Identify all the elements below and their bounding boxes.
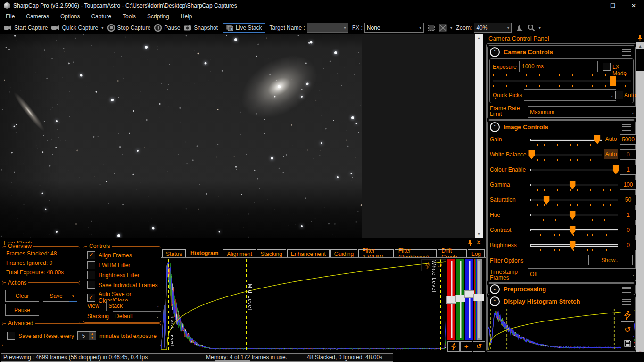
pin-icon[interactable]: [637, 35, 643, 41]
contrast-slider[interactable]: [530, 229, 618, 231]
gain-value[interactable]: 5000: [620, 134, 636, 145]
live-stack-button[interactable]: Live Stack: [223, 23, 265, 33]
menu-tools[interactable]: Tools: [117, 12, 141, 21]
save-and-reset-checkbox[interactable]: [7, 332, 15, 340]
saturation-value[interactable]: 50: [620, 195, 636, 205]
restore-button[interactable]: ❏: [603, 0, 623, 11]
snapshot-button[interactable]: Snapshot: [184, 25, 218, 31]
stacking-select[interactable]: Default⌄: [113, 311, 162, 321]
expand-chevron-down-icon[interactable]: ⌄: [490, 284, 500, 294]
hue-slider-thumb[interactable]: [570, 211, 576, 220]
brightness-value[interactable]: 0: [620, 240, 636, 250]
minimize-button[interactable]: ─: [582, 0, 603, 11]
spinner-down-icon[interactable]: ▼: [89, 336, 96, 340]
scrollbar-thumb[interactable]: [636, 49, 644, 71]
scroll-up-icon[interactable]: ▲: [636, 42, 644, 50]
fwhm-filter-row[interactable]: FWHM Filter: [87, 261, 130, 269]
menu-scripting[interactable]: Scripting: [141, 12, 175, 21]
live-stack-image-view[interactable]: [0, 34, 362, 238]
saturation-slider[interactable]: [530, 199, 618, 201]
section-menu-icon[interactable]: [622, 287, 631, 293]
clear-button[interactable]: Clear: [5, 290, 39, 302]
menu-file[interactable]: File: [0, 12, 20, 21]
section-menu-icon[interactable]: [622, 124, 631, 131]
green-level-slider[interactable]: [456, 259, 464, 340]
viewer-vertical-scrollbar[interactable]: ▲ ▼: [475, 34, 483, 238]
exposure-slider[interactable]: [493, 80, 631, 82]
collapse-chevron-up-icon[interactable]: ⌃: [490, 47, 500, 57]
save-dropdown-button[interactable]: ▾: [69, 290, 77, 302]
collapse-chevron-up-icon[interactable]: ⌃: [490, 296, 500, 306]
fx-select[interactable]: None▾: [364, 23, 424, 33]
panel-vertical-scrollbar[interactable]: ▲ ▼: [636, 42, 644, 356]
hue-value[interactable]: 1: [620, 210, 636, 220]
histogram-highlight-button[interactable]: ✦: [460, 341, 472, 352]
lx-mode-checkbox[interactable]: [603, 63, 611, 71]
brightness-slider[interactable]: [530, 244, 618, 247]
blue-level-slider[interactable]: [465, 259, 473, 340]
gamma-value[interactable]: 100: [620, 180, 636, 190]
menu-cameras[interactable]: Cameras: [20, 12, 55, 21]
scroll-up-icon[interactable]: ▲: [475, 34, 483, 41]
reset-stretch-button[interactable]: ↺: [621, 323, 634, 336]
selection-area-button[interactable]: [428, 24, 435, 32]
black-level-line[interactable]: [168, 259, 169, 351]
ghost-auto-stretch-button[interactable]: [421, 259, 434, 272]
close-button[interactable]: ✕: [623, 0, 644, 11]
collapse-chevron-up-icon[interactable]: ⌃: [490, 122, 500, 132]
white-balance-auto-button[interactable]: Auto: [604, 149, 618, 159]
pause-stack-button[interactable]: Pause: [5, 304, 39, 316]
minutes-input[interactable]: 5: [78, 332, 89, 340]
hue-slider[interactable]: [530, 214, 618, 216]
tab-histogram[interactable]: Histogram: [187, 248, 222, 258]
ghost-reset-button[interactable]: ↺: [434, 259, 446, 272]
white-balance-slider[interactable]: [530, 154, 602, 156]
chevron-down-icon[interactable]: ▾: [101, 25, 104, 30]
mid-level-line[interactable]: [246, 259, 247, 351]
all-level-slider[interactable]: [474, 259, 482, 340]
exposure-slider-thumb[interactable]: [610, 76, 616, 86]
histogram-reset-button[interactable]: ↺: [473, 341, 485, 352]
chevron-down-icon[interactable]: ▾: [450, 25, 453, 30]
histogram-tool-button[interactable]: [515, 25, 524, 31]
menu-capture[interactable]: Capture: [85, 12, 117, 21]
contrast-value[interactable]: 0: [620, 225, 636, 235]
red-level-slider[interactable]: [447, 259, 455, 340]
white-balance-slider-thumb[interactable]: [528, 150, 535, 159]
align-frames-row[interactable]: ✓Align Frames: [87, 251, 132, 259]
auto-stretch-button[interactable]: [621, 309, 634, 322]
white-balance-value[interactable]: 0: [620, 149, 636, 160]
target-name-select[interactable]: ▾: [307, 23, 348, 33]
view-select[interactable]: Stack⌄: [106, 301, 162, 311]
save-and-reset-row[interactable]: Save and Reset every 5 ▲ ▼ minutes total…: [7, 331, 157, 340]
stop-capture-button[interactable]: Stop Capture: [107, 24, 151, 32]
minutes-spinner[interactable]: ▲ ▼: [89, 332, 96, 340]
frame-rate-limit-select[interactable]: Maximum⌄: [528, 106, 637, 118]
colour-enable-slider-thumb[interactable]: [613, 165, 619, 174]
start-capture-button[interactable]: Start Capture: [4, 25, 48, 31]
section-menu-icon[interactable]: [622, 299, 631, 305]
save-button[interactable]: Save: [43, 290, 69, 302]
brightness-filter-checkbox[interactable]: [87, 271, 95, 279]
contrast-slider-thumb[interactable]: [570, 226, 576, 235]
spinner-up-icon[interactable]: ▲: [89, 332, 96, 336]
exposure-auto-checkbox[interactable]: [615, 91, 623, 99]
brightness-filter-row[interactable]: Brightness Filter: [87, 271, 140, 279]
zoom-tool-button[interactable]: ▾: [528, 24, 541, 32]
save-individual-frames-row[interactable]: Save Individual Frames: [87, 281, 157, 289]
pause-button[interactable]: Pause: [154, 24, 180, 32]
all-level-handle[interactable]: [473, 294, 484, 301]
gamma-slider-thumb[interactable]: [570, 181, 576, 189]
gamma-slider[interactable]: [530, 184, 618, 186]
gain-slider-thumb[interactable]: [594, 135, 601, 144]
clear-selection-button[interactable]: ▾: [439, 24, 453, 32]
colour-enable-value[interactable]: 1: [620, 165, 636, 175]
histogram-auto-stretch-button[interactable]: [447, 341, 460, 352]
gain-slider[interactable]: [530, 139, 602, 141]
scroll-down-icon[interactable]: ▼: [475, 230, 483, 238]
close-panel-icon[interactable]: ✕: [476, 239, 481, 246]
brightness-slider-thumb[interactable]: [570, 241, 576, 250]
display-stretch-histogram[interactable]: [488, 308, 635, 350]
menu-help[interactable]: Help: [175, 12, 198, 21]
exposure-input[interactable]: 1000 ms: [519, 61, 598, 72]
